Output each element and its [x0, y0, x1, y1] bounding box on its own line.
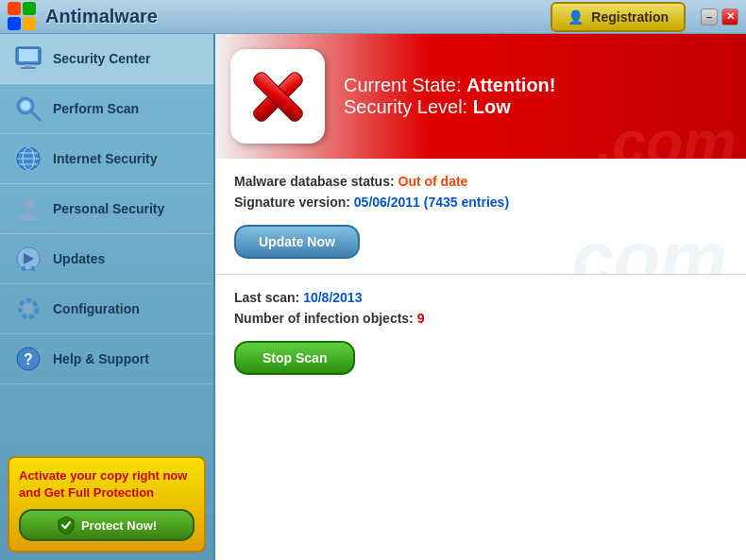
infection-row: Number of infection objects: 9	[234, 311, 727, 326]
registration-icon: 👤	[568, 9, 584, 25]
minimize-button[interactable]: –	[701, 8, 718, 25]
sidebar-item-help-support[interactable]: ? Help & Support	[0, 334, 213, 384]
svg-rect-2	[8, 17, 21, 30]
promo-box: Activate your copy right now and Get Ful…	[8, 456, 206, 552]
status-banner: Current State: Attention! Security Level…	[215, 34, 746, 159]
app-logo	[8, 2, 38, 32]
signature-row: Signature version: 05/06/2011 (7435 entr…	[234, 195, 727, 210]
protect-now-button[interactable]: Protect Now!	[19, 509, 195, 541]
info-section: Malware database status: Out of date Sig…	[215, 159, 746, 275]
shield-icon	[57, 516, 76, 535]
current-state-label: Current State:	[344, 75, 466, 95]
security-level-label: Security Level:	[344, 96, 473, 117]
svg-line-10	[31, 111, 40, 120]
help-icon: ?	[13, 344, 43, 374]
window-controls: – ✕	[701, 8, 738, 25]
search-icon	[13, 93, 43, 124]
sidebar-label-configuration: Configuration	[53, 301, 140, 316]
main-container: Security Center Perform Scan	[0, 34, 746, 560]
signature-value: 05/06/2011 (7435 entries)	[354, 195, 509, 210]
svg-rect-0	[8, 2, 21, 15]
security-level-value: Low	[473, 96, 511, 117]
monitor-icon	[13, 43, 43, 74]
sidebar-item-configuration[interactable]: Configuration	[0, 284, 213, 334]
sidebar-item-internet-security[interactable]: Internet Security	[0, 134, 213, 184]
sidebar-item-updates[interactable]: Updates	[0, 234, 213, 284]
malware-db-value: Out of date	[398, 174, 468, 189]
sidebar: Security Center Perform Scan	[0, 34, 215, 560]
sidebar-label-internet-security: Internet Security	[53, 151, 157, 166]
infection-label: Number of infection objects:	[234, 311, 417, 326]
content-area: Current State: Attention! Security Level…	[215, 34, 746, 560]
svg-rect-19	[31, 266, 35, 271]
sidebar-label-help-support: Help & Support	[53, 351, 149, 366]
watermark: .com	[596, 108, 737, 159]
sidebar-item-personal-security[interactable]: Personal Security	[0, 184, 213, 234]
current-state-line: Current State: Attention!	[344, 75, 555, 96]
app-title: Antimalware	[45, 6, 158, 27]
status-text-container: Current State: Attention! Security Level…	[344, 75, 555, 118]
svg-text:?: ?	[24, 351, 33, 367]
malware-db-label: Malware database status:	[234, 174, 398, 189]
stop-scan-button[interactable]: Stop Scan	[234, 341, 355, 375]
title-bar: Antimalware 👤 Registration – ✕	[0, 0, 746, 34]
sidebar-label-perform-scan: Perform Scan	[53, 101, 139, 116]
current-state-value: Attention!	[466, 75, 555, 95]
updates-icon	[13, 244, 43, 274]
last-scan-row: Last scan: 10/8/2013	[234, 290, 727, 305]
malware-db-row: Malware database status: Out of date	[234, 174, 727, 189]
svg-rect-18	[22, 266, 25, 271]
infection-value: 9	[417, 311, 425, 326]
last-scan-value: 10/8/2013	[303, 290, 362, 305]
promo-text: Activate your copy right now and Get Ful…	[19, 467, 195, 501]
svg-point-20	[24, 304, 33, 314]
last-scan-label: Last scan:	[234, 290, 303, 305]
person-icon	[13, 194, 43, 224]
signature-label: Signature version:	[234, 195, 354, 210]
security-level-line: Security Level: Low	[344, 96, 555, 118]
sidebar-item-security-center[interactable]: Security Center	[0, 34, 213, 84]
scan-section: Last scan: 10/8/2013 Number of infection…	[215, 275, 746, 560]
title-bar-left: Antimalware	[8, 2, 158, 32]
update-now-button[interactable]: Update Now	[234, 225, 360, 259]
info-watermark: .com	[551, 215, 727, 275]
svg-rect-6	[25, 64, 32, 67]
sidebar-label-security-center: Security Center	[53, 51, 150, 66]
status-icon-container	[230, 49, 325, 144]
gear-icon	[13, 294, 43, 324]
svg-point-9	[21, 101, 30, 110]
sidebar-label-updates: Updates	[53, 251, 105, 266]
registration-button[interactable]: 👤 Registration	[551, 2, 686, 32]
svg-point-16	[23, 198, 34, 210]
svg-rect-3	[23, 17, 36, 30]
svg-rect-7	[21, 67, 36, 69]
svg-rect-5	[19, 49, 38, 61]
sidebar-item-perform-scan[interactable]: Perform Scan	[0, 84, 213, 134]
globe-icon	[13, 144, 43, 174]
close-button[interactable]: ✕	[721, 8, 738, 25]
sidebar-label-personal-security: Personal Security	[53, 201, 164, 216]
error-x-icon	[243, 61, 314, 132]
svg-rect-1	[23, 2, 36, 15]
